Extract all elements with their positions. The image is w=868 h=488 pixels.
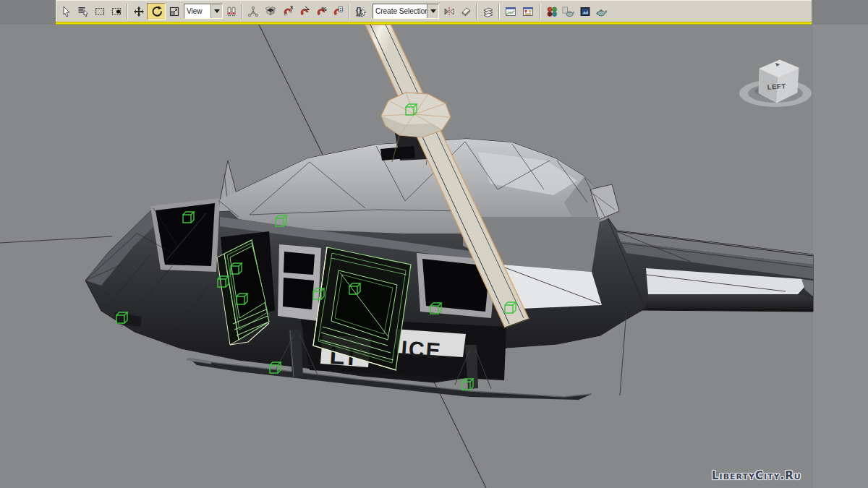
select-by-name-icon bbox=[77, 6, 89, 17]
toolbar-separator bbox=[498, 4, 500, 20]
viewcube[interactable]: LEFT bbox=[739, 60, 812, 107]
toolbar-separator bbox=[241, 4, 242, 20]
reference-coordinate-value: View bbox=[184, 7, 210, 15]
rendered-frame-window-button[interactable] bbox=[576, 3, 593, 20]
reference-coordinate-dropdown[interactable]: View bbox=[184, 4, 223, 19]
svg-text:3: 3 bbox=[290, 5, 293, 10]
schematic-view-button[interactable] bbox=[519, 3, 537, 20]
percent-snap-button[interactable]: % bbox=[313, 3, 330, 20]
named-selection-sets-icon: {} ABC bbox=[355, 5, 368, 17]
mirror-icon bbox=[443, 6, 455, 17]
named-selection-sets-button[interactable]: {} ABC bbox=[352, 3, 371, 20]
select-and-move-button[interactable] bbox=[130, 3, 147, 20]
schematic-view-icon bbox=[522, 6, 534, 17]
watermark: LibertyCity.Ru bbox=[712, 469, 801, 482]
select-and-manipulate-button[interactable] bbox=[244, 3, 261, 20]
use-center-button[interactable] bbox=[224, 3, 239, 20]
angle-snap-button[interactable] bbox=[297, 3, 313, 20]
select-object-button[interactable] bbox=[58, 3, 75, 20]
percent-snap-icon: % bbox=[315, 5, 328, 17]
material-editor-button[interactable] bbox=[543, 3, 560, 20]
rendered-frame-icon bbox=[579, 6, 591, 17]
windshield bbox=[150, 198, 220, 272]
viewport-3d-scene[interactable]: LI ICE bbox=[0, 0, 868, 488]
spinner-snap-button[interactable] bbox=[330, 3, 346, 20]
rectangular-selection-region-button[interactable] bbox=[91, 3, 108, 20]
layers-icon bbox=[482, 6, 494, 17]
open-box-icon bbox=[265, 5, 277, 17]
render-teapot-icon bbox=[595, 6, 608, 17]
mirror-button[interactable] bbox=[441, 3, 457, 20]
create-selection-set-dropdown[interactable]: Create Selection Set bbox=[373, 4, 439, 19]
move-icon bbox=[133, 6, 145, 17]
dropdown-arrow-icon[interactable] bbox=[427, 4, 438, 18]
svg-text:ABC: ABC bbox=[356, 14, 363, 17]
layer-manager-button[interactable] bbox=[480, 3, 496, 20]
select-by-name-button[interactable] bbox=[75, 3, 91, 20]
active-viewport-border bbox=[56, 22, 812, 25]
curve-editor-icon bbox=[505, 6, 516, 17]
create-selection-set-value: Create Selection Set bbox=[373, 7, 427, 15]
rotate-icon bbox=[150, 5, 163, 17]
window-crossing-selection-button[interactable] bbox=[108, 3, 124, 20]
align-icon bbox=[460, 6, 472, 17]
dropdown-arrow-icon[interactable] bbox=[210, 4, 222, 18]
toolbar-separator bbox=[349, 4, 350, 20]
screenshot-stage: LI ICE bbox=[0, 0, 868, 488]
select-and-rotate-button[interactable] bbox=[147, 3, 166, 20]
magnet-3d-icon: 3 bbox=[282, 5, 294, 17]
viewcube-face-label: LEFT bbox=[767, 82, 786, 91]
scale-icon bbox=[169, 6, 180, 17]
render-setup-icon bbox=[562, 6, 574, 17]
livery-text-rear: ICE bbox=[401, 336, 443, 363]
angle-snap-icon bbox=[299, 5, 311, 17]
toolbar-separator bbox=[476, 4, 477, 20]
select-and-scale-button[interactable] bbox=[166, 3, 182, 20]
select-arrow-icon bbox=[61, 6, 72, 17]
rectangular-selection-icon bbox=[94, 6, 106, 17]
helicopter-model[interactable]: LI ICE bbox=[85, 25, 813, 400]
mid-window bbox=[278, 244, 321, 321]
main-toolbar: View bbox=[56, 0, 812, 22]
curve-editor-button[interactable] bbox=[502, 3, 519, 20]
svg-text:%: % bbox=[322, 6, 327, 12]
render-production-button[interactable] bbox=[593, 3, 610, 20]
use-center-icon bbox=[226, 6, 237, 17]
keyboard-override-button[interactable] bbox=[261, 3, 280, 20]
material-editor-icon bbox=[546, 6, 558, 17]
manipulate-icon bbox=[247, 6, 259, 17]
align-button[interactable] bbox=[457, 3, 474, 20]
rotor-hub-selected[interactable] bbox=[381, 93, 451, 137]
toolbar-separator bbox=[127, 4, 128, 20]
toolbar-separator bbox=[540, 4, 541, 20]
render-setup-button[interactable] bbox=[560, 3, 576, 20]
spinner-snap-icon bbox=[332, 5, 344, 17]
snaps-toggle-3d-button[interactable]: 3 bbox=[280, 3, 297, 20]
window-crossing-icon bbox=[111, 6, 122, 17]
